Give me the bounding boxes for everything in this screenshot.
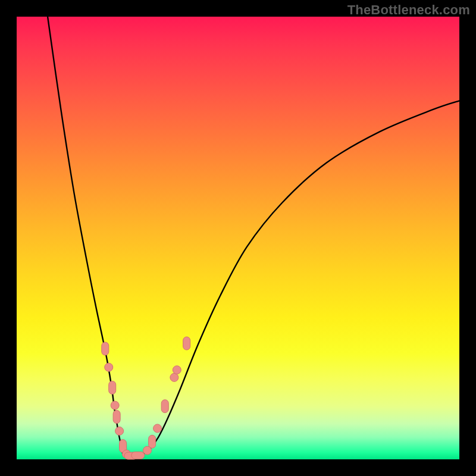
chart-frame: TheBottleneck.com (0, 0, 476, 476)
data-point (109, 381, 116, 394)
data-point (111, 401, 119, 409)
data-point (183, 337, 190, 350)
data-point (173, 366, 181, 374)
data-point (113, 411, 120, 424)
data-point (149, 435, 156, 448)
watermark-text: TheBottleneck.com (347, 2, 470, 18)
data-point (170, 373, 178, 381)
data-point (115, 427, 124, 435)
data-point (161, 400, 168, 413)
chart-svg (17, 17, 459, 459)
plot-area (17, 17, 459, 459)
data-point (154, 424, 162, 433)
data-point (105, 363, 113, 371)
data-point (102, 342, 109, 355)
data-point (131, 452, 145, 459)
